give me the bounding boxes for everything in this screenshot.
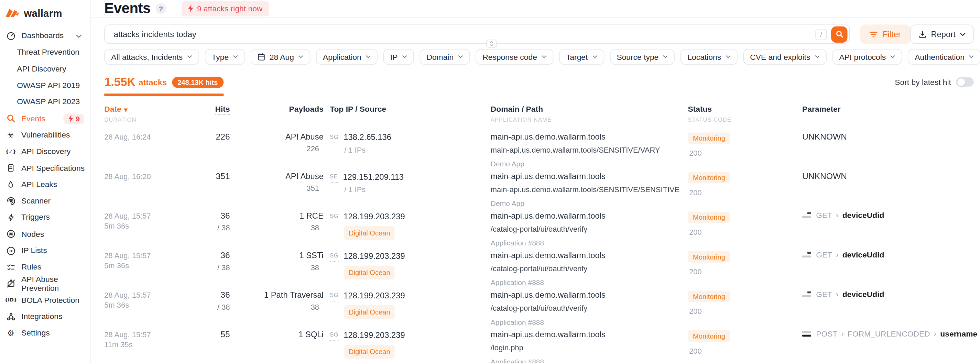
radar-icon — [5, 196, 16, 206]
param-method: POST — [816, 329, 837, 338]
application-name: Application #888 — [491, 317, 688, 327]
document-icon — [5, 163, 16, 173]
column-subheader-application: APPLICATION NAME — [491, 116, 688, 123]
chevron-separator: › — [934, 329, 937, 338]
event-hits: 55 — [214, 329, 230, 363]
sidebar-item-scanner[interactable]: Scanner — [0, 193, 91, 209]
search-input[interactable] — [113, 29, 815, 40]
status-badge: Monitoring — [688, 172, 730, 183]
table-row[interactable]: 28 Aug, 15:575m 36s 36/ 38 1 Path Traver… — [104, 287, 974, 327]
country-code: SG — [330, 329, 339, 341]
sidebar-item-label: OWASP API 2023 — [17, 98, 80, 107]
wallarm-logo-icon — [5, 7, 20, 20]
sidebar-item-api-leaks[interactable]: API Leaks — [0, 176, 91, 193]
app-window: wallarm Dashboards Threat Prevention API… — [0, 0, 980, 363]
event-payload: API Abuse351 — [230, 171, 324, 208]
event-status: Monitoring 200 — [688, 329, 802, 363]
sidebar-item-dashboards[interactable]: Dashboards — [0, 27, 91, 44]
application-name: Demo App — [491, 198, 688, 208]
search-button[interactable] — [831, 26, 848, 43]
wallarm-logo[interactable]: wallarm — [0, 6, 91, 21]
svg-text:IP: IP — [9, 249, 13, 253]
ip-circle-icon: IP — [5, 245, 16, 255]
filter-chip-locations[interactable]: Locations — [681, 49, 737, 65]
column-header-domain: Domain / Path APPLICATION NAME — [491, 105, 688, 123]
status-code: 200 — [689, 267, 802, 276]
column-header-date[interactable]: Date▼ DURATION — [104, 105, 214, 123]
sidebar-item-threat-prevention[interactable]: Threat Prevention — [0, 44, 91, 61]
lightning-icon — [5, 212, 16, 223]
filter-chip-type[interactable]: Type — [205, 49, 245, 65]
share-nodes-icon — [5, 311, 16, 322]
sort-toggle[interactable] — [956, 77, 974, 87]
filter-button[interactable]: Filter — [860, 24, 910, 44]
sidebar-item-api-abuse-prevention[interactable]: API Abuse Prevention — [0, 275, 91, 292]
table-row[interactable]: 28 Aug, 15:5711m 35s 55 1 SQLi SG128.199… — [104, 327, 974, 363]
column-header-hits[interactable]: Hits — [214, 105, 230, 123]
report-button[interactable]: Report — [910, 24, 974, 44]
filter-chip-cve[interactable]: CVE and exploits — [743, 49, 827, 65]
chevron-separator: › — [836, 290, 839, 299]
filter-chip-source-type[interactable]: Source type — [610, 49, 675, 65]
table-row[interactable]: 28 Aug, 15:575m 36s 36/ 38 1 RCE38 SG128… — [104, 208, 974, 248]
sidebar-item-label: IP Lists — [21, 246, 47, 255]
event-parameter: GET›deviceUdid — [802, 290, 974, 327]
param-method: GET — [816, 211, 832, 220]
event-date: 28 Aug, 15:5711m 35s — [104, 329, 214, 363]
sidebar-item-api-discovery-dash[interactable]: API Discovery — [0, 61, 91, 77]
sidebar-item-owasp-api-2019[interactable]: OWASP API 2019 — [0, 77, 91, 94]
search-icon — [5, 113, 16, 123]
sidebar-item-label: Triggers — [21, 213, 50, 222]
filter-chip-date[interactable]: 28 Aug — [251, 49, 310, 65]
event-payload: 1 SQLi — [230, 329, 324, 363]
param-name: deviceUdid — [842, 250, 885, 259]
query-param-icon — [802, 212, 811, 218]
sidebar-item-api-specifications[interactable]: API Specifications — [0, 160, 91, 176]
sidebar-item-label: Nodes — [21, 229, 44, 239]
event-parameter: GET›deviceUdid — [802, 250, 974, 287]
sidebar-item-nodes[interactable]: Nodes — [0, 226, 91, 242]
sidebar-item-events[interactable]: Events 9 — [0, 110, 91, 127]
sidebar-item-bola-protection[interactable]: {ID} BOLA Protection — [0, 292, 91, 308]
sidebar-item-integrations[interactable]: Integrations — [0, 308, 91, 325]
sidebar-item-vulnerabilities[interactable]: ☣ Vulnerabilities — [0, 127, 91, 143]
filter-chip-target[interactable]: Target — [559, 49, 604, 65]
source-ip: 129.151.209.113 — [343, 172, 404, 182]
sidebar-item-settings[interactable]: ⚙ Settings — [0, 325, 91, 341]
chevron-down-icon — [187, 55, 192, 59]
filter-chip-mode[interactable]: All attacks, Incidents — [104, 49, 199, 65]
status-code: 200 — [689, 188, 802, 197]
sidebar-item-owasp-api-2023[interactable]: OWASP API 2023 — [0, 94, 91, 110]
filter-chip-domain[interactable]: Domain — [420, 49, 470, 65]
table-row[interactable]: 28 Aug, 16:20 351 API Abuse351 SE129.151… — [104, 169, 974, 208]
provider-badge: Digital Ocean — [344, 305, 395, 318]
sidebar-item-label: API Leaks — [21, 180, 57, 189]
table-row[interactable]: 28 Aug, 15:575m 36s 36/ 38 1 SSTi38 SG12… — [104, 248, 974, 287]
sidebar-item-rules[interactable]: Rules — [0, 259, 91, 275]
event-parameter: UNKNOWN — [802, 132, 974, 169]
filter-chip-ip[interactable]: IP — [383, 49, 414, 65]
sidebar-item-api-discovery[interactable]: {✓} API Discovery — [0, 143, 91, 160]
event-hits: 36/ 38 — [214, 290, 230, 327]
sidebar-item-label: Threat Prevention — [17, 48, 80, 57]
tab-attacks[interactable]: 1.55K attacks 248.13K hits — [104, 75, 224, 96]
sidebar-item-triggers[interactable]: Triggers — [0, 209, 91, 226]
help-icon[interactable]: ? — [156, 3, 166, 14]
filter-chip-api-protocols[interactable]: API protocols — [832, 49, 902, 65]
filter-chip-authentication[interactable]: Authentication — [908, 49, 980, 65]
sidebar-item-ip-lists[interactable]: IP IP Lists — [0, 242, 91, 259]
filter-chip-application[interactable]: Application — [316, 49, 377, 65]
application-name: Application #888 — [491, 357, 688, 363]
event-status: Monitoring 200 — [688, 171, 802, 208]
domain: main-api.us.demo.wallarm.tools — [491, 250, 688, 260]
search-expand-handle[interactable] — [486, 40, 497, 48]
table-row[interactable]: 28 Aug, 16:24 226 API Abuse226 SG138.2.6… — [104, 129, 974, 169]
filter-chip-response-code[interactable]: Response code — [476, 49, 553, 65]
query-param-icon — [802, 252, 811, 258]
event-duration: 5m 36s — [104, 300, 214, 310]
lightning-icon — [68, 115, 73, 123]
sidebar-item-label: Integrations — [21, 312, 62, 321]
attacks-now-badge[interactable]: 9 attacks right now — [181, 1, 269, 16]
query-param-icon — [802, 291, 811, 297]
provider-badge: Digital Ocean — [344, 265, 395, 279]
